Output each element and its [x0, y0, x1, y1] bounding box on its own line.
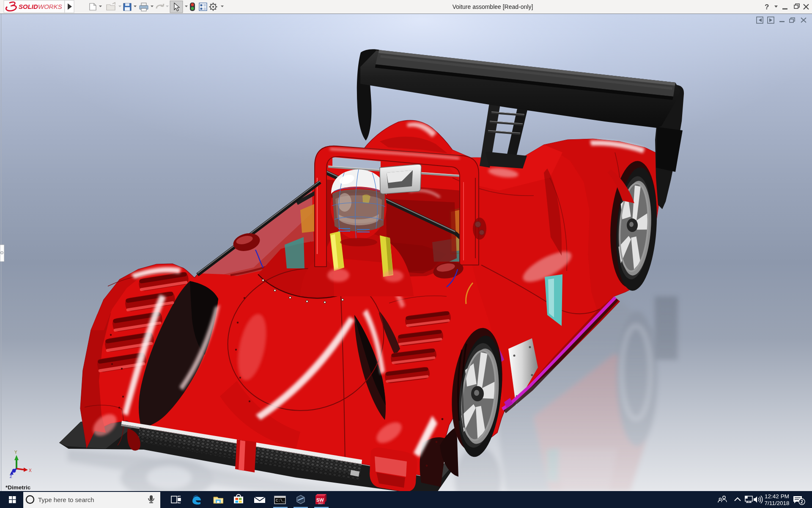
svg-text:C:\_: C:\_: [276, 499, 285, 503]
svg-text:SOLID: SOLID: [19, 3, 38, 10]
svg-text:?: ?: [765, 3, 769, 11]
svg-text:Y: Y: [14, 450, 17, 455]
svg-text:Type here to search: Type here to search: [38, 496, 94, 503]
svg-text:*Dimetric: *Dimetric: [5, 484, 31, 491]
svg-text:2017: 2017: [318, 502, 323, 505]
svg-text:2: 2: [801, 499, 803, 504]
svg-text:12:42 PM: 12:42 PM: [765, 493, 789, 500]
svg-text:WORKS: WORKS: [38, 3, 62, 10]
svg-text:X: X: [29, 468, 32, 473]
svg-text:Z: Z: [10, 475, 12, 479]
svg-text:7/11/2018: 7/11/2018: [764, 500, 789, 506]
